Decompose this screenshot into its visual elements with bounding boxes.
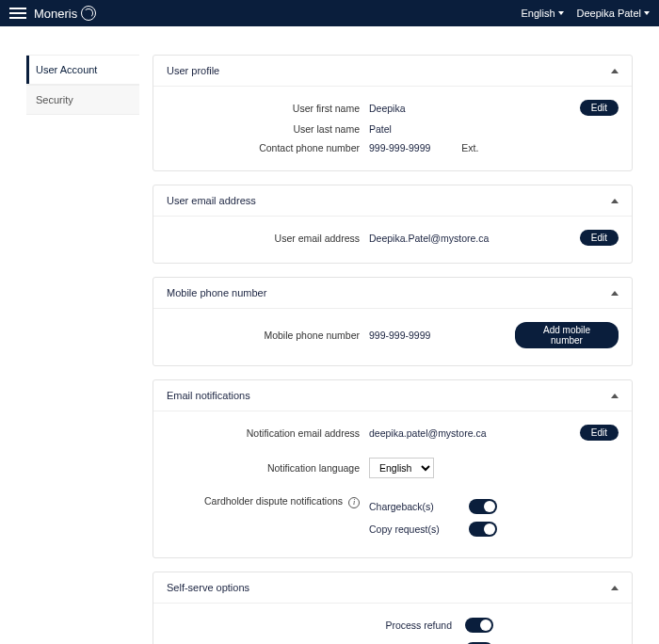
last-name-row: User last name Patel <box>167 120 619 138</box>
self-serve-body: Process refund Update bank account <box>153 604 632 644</box>
user-profile-header[interactable]: User profile <box>153 56 632 87</box>
refund-toggle[interactable] <box>465 618 493 633</box>
info-icon[interactable]: i <box>348 497 360 508</box>
language-label: English <box>521 8 555 19</box>
content-area: User profile User first name Deepika Edi… <box>153 55 633 644</box>
last-name-label: User last name <box>167 123 360 135</box>
email-label: User email address <box>167 233 360 244</box>
user-email-header[interactable]: User email address <box>153 185 632 217</box>
self-serve-header[interactable]: Self-serve options <box>153 572 632 604</box>
dispute-toggles: Chargeback(s) Copy request(s) <box>369 495 506 540</box>
mobile-phone-header[interactable]: Mobile phone number <box>153 278 632 309</box>
add-mobile-button[interactable]: Add mobile number <box>515 322 619 348</box>
user-email-card: User email address User email address De… <box>153 185 633 264</box>
notification-language-row: Notification language English <box>167 454 619 482</box>
email-value: Deepika.Patel@mystore.ca <box>369 233 506 244</box>
refund-row: Process refund <box>167 613 619 637</box>
card-title: Mobile phone number <box>167 287 266 298</box>
notification-email-row: Notification email address deepika.patel… <box>167 421 619 444</box>
refund-label: Process refund <box>292 620 452 631</box>
copy-request-label: Copy request(s) <box>369 523 454 535</box>
topbar-right: English Deepika Patel <box>521 8 650 19</box>
mobile-phone-body: Mobile phone number 999-999-9999 Add mob… <box>153 309 632 365</box>
language-dropdown[interactable]: English <box>521 8 563 19</box>
contact-phone-row: Contact phone number 999-999-9999 Ext. <box>167 138 619 157</box>
email-row: User email address Deepika.Patel@mystore… <box>167 226 619 250</box>
menu-icon[interactable] <box>9 8 26 19</box>
mobile-phone-card: Mobile phone number Mobile phone number … <box>153 277 633 366</box>
chargeback-label: Chargeback(s) <box>369 501 454 512</box>
user-profile-body: User first name Deepika Edit User last n… <box>153 87 632 170</box>
dispute-notifications-label: Cardholder dispute notifications i <box>167 495 360 508</box>
user-dropdown[interactable]: Deepika Patel <box>577 8 651 19</box>
notification-email-label: Notification email address <box>167 427 360 439</box>
last-name-value: Patel <box>369 123 506 135</box>
notification-language-select[interactable]: English <box>369 458 434 478</box>
chevron-up-icon <box>611 199 619 203</box>
mobile-label: Mobile phone number <box>167 330 360 341</box>
copy-request-toggle[interactable] <box>469 522 497 537</box>
chevron-down-icon <box>558 11 564 15</box>
dispute-notifications-row: Cardholder dispute notifications i Charg… <box>167 491 619 544</box>
chevron-up-icon <box>611 586 619 590</box>
main-area: User Account Security User profile User … <box>0 26 659 644</box>
notification-email-value: deepika.patel@mystore.ca <box>369 427 506 439</box>
self-serve-card: Self-serve options Process refund Update… <box>153 572 633 644</box>
first-name-row: User first name Deepika Edit <box>167 96 619 120</box>
chevron-up-icon <box>611 291 619 296</box>
topbar-left: Moneris <box>9 6 96 21</box>
user-profile-card: User profile User first name Deepika Edi… <box>153 55 633 171</box>
card-title: Self-serve options <box>167 582 249 593</box>
notification-language-label: Notification language <box>167 462 360 474</box>
sidebar: User Account Security <box>26 55 139 644</box>
first-name-value: Deepika <box>369 103 506 114</box>
user-email-body: User email address Deepika.Patel@mystore… <box>153 217 632 263</box>
top-bar: Moneris English Deepika Patel <box>0 0 659 26</box>
sidebar-item-user-account[interactable]: User Account <box>26 55 139 85</box>
ext-label: Ext. <box>461 142 478 153</box>
mobile-value: 999-999-9999 <box>369 330 506 341</box>
sidebar-item-security[interactable]: Security <box>26 85 139 115</box>
brand-text: Moneris <box>34 7 77 21</box>
email-notifications-body: Notification email address deepika.patel… <box>153 411 632 557</box>
copy-request-row: Copy request(s) <box>369 518 506 540</box>
chargeback-toggle[interactable] <box>469 499 497 514</box>
card-title: User email address <box>167 195 256 206</box>
phone-number: 999-999-9999 <box>369 142 430 153</box>
chevron-up-icon <box>611 394 619 398</box>
edit-email-button[interactable]: Edit <box>580 230 619 246</box>
card-title: Email notifications <box>167 390 250 401</box>
edit-notification-email-button[interactable]: Edit <box>580 425 619 441</box>
notification-language-value: English <box>369 458 506 478</box>
first-name-label: User first name <box>167 103 360 114</box>
chevron-down-icon <box>644 11 650 15</box>
brand-logo[interactable]: Moneris <box>34 6 96 21</box>
card-title: User profile <box>167 65 219 76</box>
email-notifications-card: Email notifications Notification email a… <box>153 379 633 558</box>
user-label: Deepika Patel <box>577 8 642 19</box>
contact-phone-value: 999-999-9999 Ext. <box>369 142 506 153</box>
email-notifications-header[interactable]: Email notifications <box>153 380 632 411</box>
chevron-up-icon <box>611 69 619 73</box>
chargeback-row: Chargeback(s) <box>369 495 506 518</box>
contact-phone-label: Contact phone number <box>167 142 360 153</box>
bank-row: Update bank account <box>167 637 619 644</box>
logo-swirl-icon <box>81 6 96 21</box>
mobile-row: Mobile phone number 999-999-9999 Add mob… <box>167 318 619 352</box>
edit-profile-button[interactable]: Edit <box>580 100 619 116</box>
